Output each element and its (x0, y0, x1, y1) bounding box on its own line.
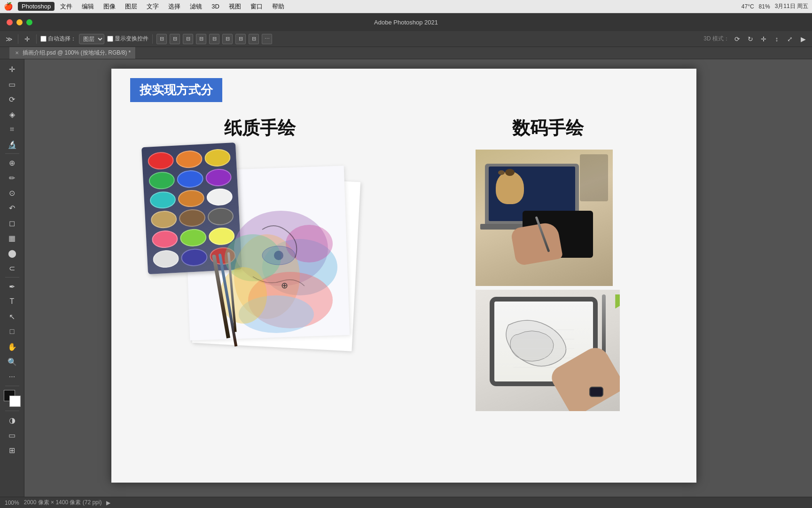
menu-select[interactable]: 选择 (164, 1, 184, 12)
artboard-tool[interactable]: ⊞ (4, 443, 21, 457)
spot-heal-tool[interactable]: ⊕ (4, 156, 21, 170)
shape-tool[interactable]: □ (4, 325, 21, 339)
tool-separator-2 (5, 277, 19, 278)
lasso-tool[interactable]: ⟳ (4, 92, 21, 106)
menu-3d[interactable]: 3D (208, 2, 223, 11)
battery-percent: 81% (759, 3, 770, 10)
3d-slide-icon[interactable]: ↕ (772, 34, 782, 44)
right-column: 数码手绘 (418, 116, 678, 411)
align-center-h-icon[interactable]: ⊟ (209, 34, 219, 44)
auto-select-checkbox[interactable] (40, 36, 47, 42)
distribute-more-icon[interactable]: ⋯ (262, 34, 272, 44)
dodge-tool[interactable]: ⊂ (4, 261, 21, 275)
left-col-title: 纸质手绘 (224, 116, 296, 140)
apple-pencil (602, 294, 606, 356)
video-icon[interactable]: ▶ (798, 34, 808, 44)
paint-dot-lightgray (153, 250, 180, 269)
zoom-level: 100% (5, 500, 19, 506)
tab-close-icon[interactable]: ✕ (14, 50, 20, 56)
banner-tag: 按实现方式分 (130, 78, 222, 102)
toolbar-separator-3 (152, 34, 153, 44)
3d-mode-label: 3D 模式： (703, 35, 729, 43)
screen-mode-icon[interactable]: ▭ (4, 428, 21, 442)
paint-dot-pink (152, 230, 179, 249)
digital-image-2 (476, 290, 620, 411)
zoom-tool[interactable]: 🔍 (4, 355, 21, 369)
menu-window[interactable]: 窗口 (247, 1, 266, 12)
3d-roll-icon[interactable]: ↻ (745, 34, 756, 44)
align-left-icon[interactable]: ⊟ (156, 34, 167, 44)
two-column-layout: 纸质手绘 (130, 116, 678, 411)
crop-tool[interactable]: ⌗ (4, 122, 21, 136)
menu-help[interactable]: 帮助 (268, 1, 288, 12)
paint-dot-yellow (204, 149, 231, 167)
align-center-v-icon[interactable]: ⊟ (170, 34, 180, 44)
path-select-tool[interactable]: ↖ (4, 310, 21, 324)
app-name-menu[interactable]: Photoshop (18, 2, 55, 11)
more-tools[interactable]: ··· (4, 370, 21, 384)
paint-dot-cyan (149, 190, 176, 209)
document-tab[interactable]: ✕ 插画介绍.psd @ 100% (按地域分, RGB/8) * (9, 47, 136, 59)
distribute-icon[interactable]: ⊟ (235, 34, 246, 44)
pen-tool[interactable]: ✒ (4, 279, 21, 294)
text-tool[interactable]: T (4, 294, 21, 309)
align-right-icon[interactable]: ⊟ (183, 34, 193, 44)
paint-dot-green (148, 171, 175, 190)
digital-images-container (476, 150, 620, 411)
brush-tool[interactable]: ✏ (4, 171, 21, 185)
move-tool-icon[interactable]: ✛ (22, 34, 32, 44)
menu-text[interactable]: 文字 (143, 1, 163, 12)
toolbar-top: ≫ ✛ 自动选择： 图层 显示变换控件 ⊟ ⊟ ⊟ ⊟ ⊟ ⊟ ⊟ ⊟ ⋯ 3D… (0, 31, 812, 47)
arrow-icon[interactable]: ▶ (106, 500, 110, 506)
distribute-v-icon[interactable]: ⊟ (249, 34, 259, 44)
background-color[interactable] (9, 396, 21, 407)
show-transform-checkbox[interactable] (107, 36, 113, 42)
object-select-tool[interactable]: ◈ (4, 107, 21, 121)
svg-point-9 (274, 251, 283, 260)
app-title: Adobe Photoshop 2021 (374, 19, 438, 26)
eyedropper-tool[interactable]: 🔬 (4, 137, 21, 151)
tool-separator-1 (5, 153, 19, 154)
eraser-tool[interactable]: ◻ (4, 216, 21, 230)
maximize-button[interactable] (26, 19, 32, 25)
document-dimensions: 2000 像素 × 1400 像素 (72 ppi) (24, 499, 102, 507)
ps-window: Adobe Photoshop 2021 ≫ ✛ 自动选择： 图层 显示变换控件… (0, 13, 812, 508)
minimize-button[interactable] (16, 19, 23, 25)
align-bottom-icon[interactable]: ⊟ (222, 34, 233, 44)
paint-dot-lime (180, 229, 207, 247)
3d-pan-icon[interactable]: ✛ (758, 34, 769, 44)
3d-orbit-icon[interactable]: ⟳ (732, 34, 742, 44)
hand-tool[interactable]: ✋ (4, 340, 21, 354)
menu-filter[interactable]: 滤镜 (186, 1, 206, 12)
align-top-icon[interactable]: ⊟ (196, 34, 206, 44)
paint-dot-tan (151, 210, 178, 229)
show-transform-label[interactable]: 显示变换控件 (107, 35, 148, 43)
menu-edit[interactable]: 编辑 (78, 1, 98, 12)
color-picker[interactable] (4, 390, 21, 407)
auto-select-label[interactable]: 自动选择： (40, 35, 76, 43)
paint-dot-brown (178, 189, 205, 208)
apple-menu-icon[interactable]: 🍎 (4, 2, 13, 11)
gradient-tool[interactable]: ▦ (4, 231, 21, 245)
tools-panel: ✛ ▭ ⟳ ◈ ⌗ 🔬 ⊕ ✏ ⊙ ↶ ◻ ▦ ⬤ ⊂ ✒ T ↖ □ ✋ 🔍 … (0, 59, 24, 497)
tabbar: ✕ 插画介绍.psd @ 100% (按地域分, RGB/8) * (0, 47, 812, 59)
mask-mode-icon[interactable]: ◑ (4, 413, 21, 427)
menu-image[interactable]: 图像 (100, 1, 119, 12)
close-button[interactable] (7, 19, 13, 25)
menu-layer[interactable]: 图层 (121, 1, 141, 12)
menu-file[interactable]: 文件 (56, 1, 76, 12)
history-brush-tool[interactable]: ↶ (4, 201, 21, 215)
layer-select[interactable]: 图层 (79, 34, 104, 44)
menubar-right-info: 47°C 81% 3月11日 周五 (742, 2, 808, 10)
expand-panels-icon[interactable]: ≫ (4, 34, 14, 44)
smart-watch (589, 387, 603, 397)
3d-scale-icon[interactable]: ⤢ (785, 34, 795, 44)
menu-view[interactable]: 视图 (225, 1, 245, 12)
stamp-tool[interactable]: ⊙ (4, 186, 21, 200)
select-rect-tool[interactable]: ▭ (4, 77, 21, 91)
watercolor-image: ⊕ (159, 150, 361, 347)
blur-tool[interactable]: ⬤ (4, 246, 21, 260)
move-tool[interactable]: ✛ (4, 62, 21, 76)
tab-filename: 插画介绍.psd @ 100% (按地域分, RGB/8) * (23, 49, 131, 57)
titlebar: Adobe Photoshop 2021 (0, 13, 812, 31)
